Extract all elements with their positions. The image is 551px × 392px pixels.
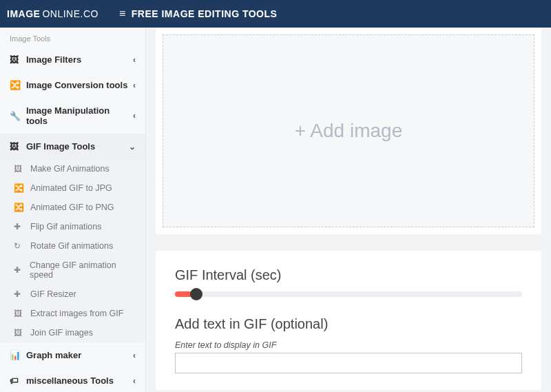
add-text-title: Add text in GIF (optional)	[175, 316, 522, 332]
slider-thumb[interactable]	[190, 288, 202, 300]
subitem-extract-images[interactable]: 🖼 Extract images from GIF	[0, 304, 145, 323]
chevron-left-icon: ‹	[133, 376, 136, 386]
text-input-hint: Enter text to display in GIF	[175, 340, 522, 350]
chevron-left-icon: ‹	[133, 351, 136, 360]
sidebar-heading: Image Tools	[0, 28, 145, 47]
sidebar-item-label: miscellaneous Tools	[26, 375, 114, 386]
sidebar: Image Tools 🖼 Image Filters ‹ 🔀 Image Co…	[0, 28, 146, 392]
shuffle-icon: 🔀	[14, 203, 26, 212]
subitem-label: Change GIF animation speed	[30, 260, 136, 280]
subitem-gif-to-jpg[interactable]: 🔀 Animated GIF to JPG	[0, 178, 145, 198]
subitem-label: Extract images from GIF	[30, 309, 123, 318]
main-menu-toggle[interactable]: ≡ FREE IMAGE EDITING TOOLS	[119, 8, 278, 19]
picture-icon: 🖼	[14, 309, 26, 318]
chevron-left-icon: ‹	[133, 111, 136, 121]
app-header: IMAGE ONLINE.CO ≡ FREE IMAGE EDITING TOO…	[0, 0, 551, 28]
subitem-label: Flip Gif animations	[30, 222, 102, 231]
picture-icon: 🖼	[10, 141, 22, 152]
subitem-join-gif[interactable]: 🖼 Join GIF images	[0, 323, 145, 342]
shuffle-icon: 🔀	[14, 183, 26, 193]
add-image-dropzone[interactable]: + Add image	[163, 34, 534, 227]
logo-word-thin: ONLINE.CO	[42, 8, 98, 19]
wrench-icon: 🔧	[10, 111, 22, 121]
gif-text-input[interactable]	[175, 353, 522, 373]
sidebar-item-label: Image Manipulation tools	[26, 105, 133, 126]
main-menu-label: FREE IMAGE EDITING TOOLS	[132, 8, 278, 19]
plus-icon: ✚	[14, 222, 26, 231]
subitem-make-gif[interactable]: 🖼 Make Gif Animations	[0, 159, 145, 178]
chevron-left-icon: ‹	[133, 55, 136, 65]
gif-interval-title: GIF Interval (sec)	[175, 267, 522, 283]
rotate-icon: ↻	[14, 241, 26, 251]
plus-icon: ✚	[14, 265, 25, 275]
hamburger-icon: ≡	[119, 8, 126, 19]
add-image-label: + Add image	[295, 120, 402, 142]
sidebar-item-manipulation[interactable]: 🔧 Image Manipulation tools ‹	[0, 98, 145, 134]
subitem-label: Rotate Gif animations	[30, 241, 113, 251]
upload-card: + Add image	[156, 28, 541, 234]
sidebar-item-label: Image Conversion tools	[26, 80, 127, 90]
subitem-label: Join GIF images	[30, 328, 93, 338]
picture-icon: 🖼	[10, 54, 22, 65]
subitem-label: Make Gif Animations	[30, 164, 110, 174]
subitem-change-speed[interactable]: ✚ Change GIF animation speed	[0, 256, 145, 285]
chevron-left-icon: ‹	[133, 81, 136, 90]
subitem-gif-to-png[interactable]: 🔀 Animated GIF to PNG	[0, 198, 145, 217]
sidebar-item-label: Image Filters	[26, 54, 81, 65]
sidebar-item-label: Graph maker	[26, 350, 81, 360]
gif-interval-slider[interactable]	[175, 291, 522, 297]
sidebar-item-graph-maker[interactable]: 📊 Graph maker ‹	[0, 342, 145, 368]
logo-word-strong: IMAGE	[7, 8, 40, 19]
sidebar-item-filters[interactable]: 🖼 Image Filters ‹	[0, 47, 145, 72]
subitem-flip-gif[interactable]: ✚ Flip Gif animations	[0, 217, 145, 236]
slider-track[interactable]	[175, 291, 522, 297]
plus-icon: ✚	[14, 289, 26, 299]
sidebar-item-conversion[interactable]: 🔀 Image Conversion tools ‹	[0, 72, 145, 98]
sidebar-item-label: GIF Image Tools	[26, 141, 95, 152]
subitem-label: Animated GIF to JPG	[30, 183, 112, 193]
sidebar-item-misc[interactable]: 🏷 miscellaneous Tools ‹	[0, 368, 145, 392]
sidebar-item-gif-tools[interactable]: 🖼 GIF Image Tools ⌄	[0, 134, 145, 159]
settings-card: GIF Interval (sec) Add text in GIF (opti…	[156, 251, 541, 390]
subitem-rotate-gif[interactable]: ↻ Rotate Gif animations	[0, 236, 145, 256]
chevron-down-icon: ⌄	[129, 142, 136, 152]
subitem-label: Animated GIF to PNG	[30, 203, 114, 212]
picture-icon: 🖼	[14, 164, 26, 174]
bar-chart-icon: 📊	[10, 350, 22, 360]
subitem-gif-resizer[interactable]: ✚ GIF Resizer	[0, 285, 145, 304]
tag-icon: 🏷	[10, 375, 22, 386]
picture-icon: 🖼	[14, 328, 26, 338]
shuffle-icon: 🔀	[10, 80, 22, 90]
site-logo[interactable]: IMAGE ONLINE.CO	[7, 8, 98, 19]
main-content: + Add image GIF Interval (sec) Add text …	[146, 28, 551, 392]
subitem-label: GIF Resizer	[30, 289, 76, 299]
